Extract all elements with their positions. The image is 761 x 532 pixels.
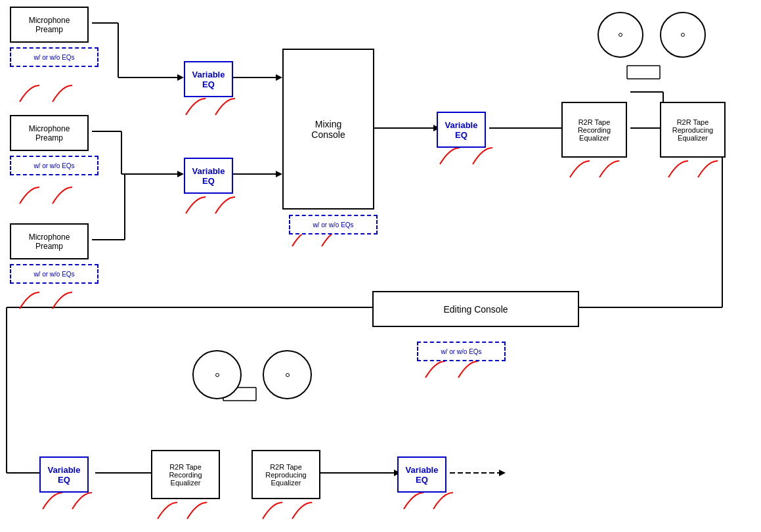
bottom-reel-left [192,350,242,399]
r2r-recording-bottom-label: R2R TapeRecordingEqualizer [169,463,202,487]
mic2-eq-dashed: w/ or w/o EQs [10,156,98,175]
mic3-eq-label: w/ or w/o EQs [33,271,74,278]
r2r-reproducing-bottom: R2R TapeReproducingEqualizer [251,450,320,499]
mic2-eq-label: w/ or w/o EQs [33,162,74,169]
top-reel-left-hub [619,33,622,37]
variable-eq-bottom-right-label: VariableEQ [406,465,439,485]
editing-eq-dashed: w/ or w/o EQs [417,342,506,361]
mic1-eq-dashed: w/ or w/o EQs [10,47,98,67]
r2r-recording-top: R2R TapeRecordingEqualizer [561,102,627,158]
variable-eq-bottom-right: VariableEQ [397,456,446,493]
mic1-eq-label: w/ or w/o EQs [33,54,74,61]
microphone-preamp-3: MicrophonePreamp [10,223,89,259]
bottom-reel-right-hub [286,373,290,377]
svg-marker-7 [177,171,184,177]
variable-eq-3: VariableEQ [437,112,486,148]
bottom-reel-left-hub [215,373,219,377]
r2r-recording-top-label: R2R TapeRecordingEqualizer [578,118,611,142]
r2r-reproducing-top-label: R2R TapeReproducingEqualizer [672,118,713,142]
mixing-eq-dashed: w/ or w/o EQs [289,215,378,234]
r2r-reproducing-bottom-label: R2R TapeReproducingEqualizer [265,463,306,487]
editing-console-label: Editing Console [443,304,508,315]
mixing-console-label: MixingConsole [311,119,345,140]
variable-eq-1-label: VariableEQ [192,70,225,89]
microphone-preamp-2: MicrophonePreamp [10,115,89,151]
editing-eq-label: w/ or w/o EQs [441,348,481,355]
variable-eq-3-label: VariableEQ [445,120,478,140]
variable-eq-bottom-left-label: VariableEQ [48,465,81,485]
top-reel-left [598,12,643,58]
svg-marker-11 [276,74,282,81]
mic-preamp-1-label: MicrophonePreamp [29,16,70,34]
svg-marker-13 [276,171,282,177]
bottom-reel-right [263,350,312,399]
mic-preamp-3-label: MicrophonePreamp [29,233,70,251]
r2r-recording-bottom: R2R TapeRecordingEqualizer [151,450,220,499]
mixing-console: MixingConsole [282,49,374,210]
svg-marker-33 [499,470,506,476]
variable-eq-2: VariableEQ [184,158,233,194]
r2r-reproducing-top: R2R TapeReproducingEqualizer [660,102,726,158]
microphone-preamp-1: MicrophonePreamp [10,7,89,43]
variable-eq-2-label: VariableEQ [192,166,225,186]
mic3-eq-dashed: w/ or w/o EQs [10,264,98,284]
svg-marker-3 [177,74,184,81]
top-reel-right [660,12,706,58]
variable-eq-bottom-left: VariableEQ [39,456,89,493]
top-reel-right-hub [681,33,685,37]
mic-preamp-2-label: MicrophonePreamp [29,124,70,143]
editing-console: Editing Console [372,291,579,327]
variable-eq-1: VariableEQ [184,61,233,97]
mixing-eq-label: w/ or w/o EQs [313,221,353,229]
